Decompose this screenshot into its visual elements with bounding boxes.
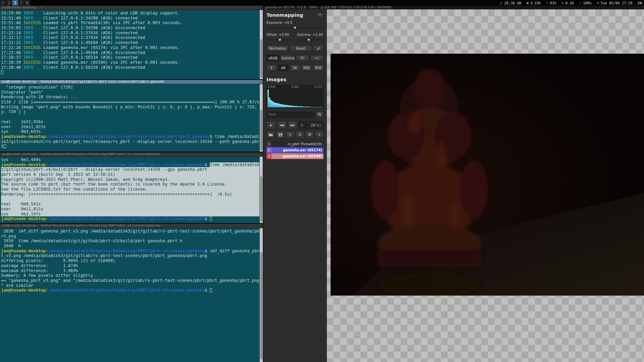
terminal-line: Writing image "pbrt.png" with bounds Bou… [1,105,259,110]
workspace-button-2[interactable]: 2 [6,0,12,5]
terminal-line: Rendering with 28 thread(s) ... [1,95,259,100]
volume-text: 100% [583,1,591,5]
terminal-line: differing pixels: 0.004% (21 of 518400) [1,258,259,263]
terminal-titlebar[interactable]: jan@tuxedo-desktop: /media/datadisk3/Gra… [0,152,263,157]
tonemap-fc-button[interactable]: FC [296,55,309,61]
scrollbar[interactable] [260,157,263,223]
cpu-icon: ▣ [527,1,529,5]
histogram-bar [321,107,323,107]
terminal-content[interactable]: "integer yresolution" [720]Integrator "p… [0,84,263,152]
terminal-content[interactable]: sys 0m1,449sjan@tuxedo-desktop:/media/da… [0,157,263,223]
normalize-button[interactable]: Normalize [266,45,289,52]
terminal-window-pbrt-v3[interactable]: jan@tuxedo-desktop: /media/datadisk3/Gra… [0,223,263,362]
find-input[interactable] [266,111,314,118]
metric-rae-button[interactable]: RAE [301,65,312,71]
spinner-arrows-icon[interactable]: ⇅ [301,123,303,127]
image-index: 1 [266,141,271,147]
offset-slider[interactable] [266,38,293,42]
metric-se-button[interactable]: SE [290,65,300,71]
brightness: ☀01% [546,1,556,5]
terminal-titlebar[interactable]: jan@tuxedo-desktop: ~ [0,6,263,10]
terminal-line: 17:23:48 INFO Client 127.0.0.1:49264 (#2… [1,50,259,55]
save-button[interactable] [276,131,285,138]
fps-spinner[interactable]: ⇅ 24 fps [299,121,324,129]
gamma-label: Gamma: +2.20 [297,33,324,37]
scrollbar-thumb[interactable] [260,110,262,150]
scrollbar[interactable] [260,228,263,362]
terminal-line: rt.png [1,234,259,239]
workspace-button-3[interactable]: 3 [12,0,18,5]
image-list-item-2-selected[interactable]: 2 ganesha.exr (65174) [266,147,324,153]
terminal-content[interactable]: 2038 imf_diff ganesha_pbrt_v3.png /media… [0,228,263,362]
scrollbar[interactable] [260,84,263,152]
image-index: 3 [266,153,271,159]
slider-knob[interactable] [294,26,297,29]
terminal-content[interactable]: 15:29:00 INFO Launching with 8 bits of c… [0,10,263,79]
terminal-line: See the file LICENSE.txt for the conditi… [1,187,259,192]
cpu-usage: ▣3.19% [527,1,541,5]
auto-fit-button[interactable]: A [296,131,304,138]
terminal-line: 2039 time /media/datadisk3/git/github/pb… [1,239,259,244]
scrollbar[interactable] [260,10,263,79]
slider-knob[interactable] [278,38,281,41]
rendered-image-ganesha[interactable] [331,54,644,296]
open-folder-button[interactable] [266,131,275,138]
reset-button[interactable]: Reset [290,45,312,52]
pencil-icon [317,47,320,50]
skip-end-button[interactable]: ▶▶ [288,121,297,129]
terminal-titlebar[interactable]: jan@tuxedo-desktop: /media/datadisk3/Gra… [0,224,263,228]
terminal-line: 17:22:22 INFO Client 127.0.0.1:49264 (#2… [1,40,259,45]
scrollbar-thumb[interactable] [260,252,262,359]
scrollbar-thumb[interactable] [260,39,262,78]
gamma-slider[interactable] [297,38,324,42]
tev-sidebar: Tonemapping ? Exposure: +0.0 Offset: +0.… [263,9,327,362]
skip-start-button[interactable]: ◀◀ [277,121,287,129]
image-list-item-1[interactable]: 1 rs_pbrt ThreadId(30) [266,141,324,147]
terminal-line: "integer yresolution" [720] [1,85,259,90]
terminal-line: user 35m11,823s [1,124,259,130]
reload-button[interactable]: ↻ [286,131,294,138]
help-button[interactable]: ? [316,13,324,18]
terminal-line: 17:22:14 INFO Client 127.0.0.1:37434 (#2… [1,31,259,36]
workspace-button-1[interactable]: 1 [0,0,6,5]
image-label: ganesha.exr (65174) [271,147,324,153]
workspace-button-8[interactable]: 8 [24,0,30,5]
terminal-line: 17:22:17 INFO Client 127.0.0.1:37434 (#2… [1,35,259,40]
keyboard-layout-text: EN [638,1,642,5]
tev-window: ganesha.exr (65174) – R,G,B – 100% – @-2… [263,6,644,362]
histogram-min-label: 0.000 [268,86,276,89]
terminal-line: == "ganesha_pbrt_v3.png" and "/media/dat… [1,278,259,283]
metric-ae-button[interactable]: AE [278,65,289,71]
fps-value: 24 [311,123,315,127]
terminal-window-tev-log[interactable]: jan@tuxedo-desktop: ~ 15:29:00 INFO Laun… [0,6,263,79]
workspace-button-7[interactable]: 7 [18,0,24,5]
terminal-line: pbrt version 4 (built Sep 5 2023 at 12:5… [1,172,259,177]
terminal-window-rs-pbrt[interactable]: jan@tuxedo-desktop: /media/datadisk3/git… [0,79,263,152]
tonemap-srgb-button[interactable]: sRGB [266,55,280,61]
image-list-item-3-reference[interactable]: 3 ganesha.exr (65340) [266,153,324,159]
close-image-button[interactable]: × [315,131,324,138]
exposure-label: Exposure: +0.0 [266,21,324,24]
metric-rse-button[interactable]: RSE [313,65,324,71]
terminal-window-pbrt-v4[interactable]: jan@tuxedo-desktop: /media/datadisk3/Gra… [0,152,263,223]
terminal-titlebar[interactable]: jan@tuxedo-desktop: /media/datadisk3/git… [0,80,263,84]
image-canvas[interactable] [327,9,644,362]
load-average-text: 0.16 [565,1,574,5]
watch-files-button[interactable]: W [305,131,314,138]
terminal-line: Copyright (c)1998-2021 Matt Pharr, Wenze… [1,177,259,182]
exposure-slider[interactable] [266,25,324,30]
histogram: 0.000 0.004 0.175 [266,85,324,108]
edit-button[interactable] [313,45,324,52]
fps-unit: fps [316,123,321,127]
system-bar: 1 2 3 7 8 / 20.36 GB ▣3.19% ☀01% ⚙0.16 ♪… [0,0,644,6]
tonemap-gamma-button[interactable]: Gamma [281,55,295,61]
metric-e-button[interactable]: E [266,65,277,71]
image-label: ganesha.exr (65340) [271,153,324,159]
play-button[interactable]: ▶ [266,121,276,129]
search-button[interactable] [316,111,324,118]
terminal-line: jan@tuxedo-desktop:/media/datadisk3/Grap… [1,162,259,167]
scrollbar-thumb[interactable] [260,176,262,222]
terminal-line: sys 0m3,643s [1,129,259,134]
slider-knob[interactable] [307,38,310,41]
tonemap-plusminus-button[interactable]: +/- [310,55,324,61]
